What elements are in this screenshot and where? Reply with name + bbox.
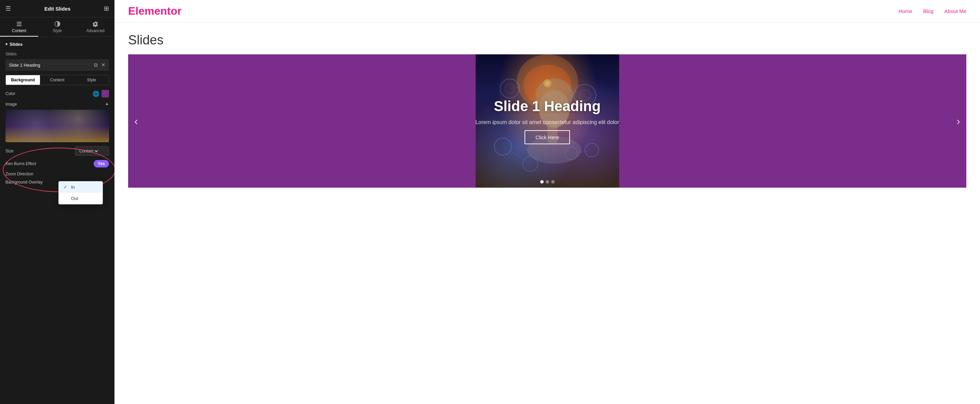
sub-tab-background[interactable]: Background [6,75,40,85]
slider-dot-1[interactable] [540,180,544,183]
color-control: 🌐 [92,90,109,97]
ken-burns-row: Ken Burns Effect Yes [5,160,109,167]
hamburger-menu-button[interactable]: ☰ [5,5,11,12]
site-nav: Elementor Home Blog About Me [115,0,980,22]
sub-tab-style[interactable]: Style [75,75,109,85]
section-title: Slides [10,42,22,47]
slides-label: Slides [5,52,109,56]
site-logo: Elementor [128,5,181,17]
dropdown-option-out-label: Out [71,196,78,201]
panel-content: ▾ Slides Slides Slide 1 Heading ⧉ ✕ Back… [0,37,115,404]
panel-tabs: Content Style Advanced [0,17,115,37]
slide-cta-button[interactable]: Click Here [525,130,570,144]
tab-style-label: Style [52,29,62,33]
ken-burns-label: Ken Burns Effect [5,161,94,166]
grid-menu-button[interactable]: ⊞ [104,5,109,12]
nav-links: Home Blog About Me [899,8,966,14]
left-panel: ☰ Edit Slides ⊞ Content Style Advanced ▾… [0,0,115,404]
duplicate-slide-button[interactable]: ⧉ [94,62,98,68]
page-title: Slides [128,33,966,48]
nav-link-about[interactable]: About Me [945,8,966,14]
image-label-text: Image [5,102,17,107]
delete-slide-button[interactable]: ✕ [101,62,106,68]
size-select[interactable]: Contain Cover Auto [75,146,109,156]
check-icon: ✓ [64,185,69,190]
tab-content-label: Content [12,29,26,33]
color-label: Color [5,91,92,96]
slide-item-actions: ⧉ ✕ [94,62,106,68]
panel-title: Edit Slides [45,6,71,12]
slide-item-name: Slide 1 Heading [9,62,94,68]
tab-advanced[interactable]: Advanced [76,17,115,37]
slider-dot-2[interactable] [546,180,549,183]
image-preview-inner [5,110,109,142]
zoom-direction-label: Zoom Direction [5,172,109,177]
nav-link-home[interactable]: Home [899,8,912,14]
slider-dot-3[interactable] [551,180,555,183]
color-swatch[interactable] [102,90,109,97]
size-label: Size [5,149,75,153]
sub-tabs: Background Content Style [5,75,109,85]
panel-header: ☰ Edit Slides ⊞ [0,0,115,17]
slide-item: Slide 1 Heading ⧉ ✕ [5,59,109,71]
section-header: ▾ Slides [5,42,109,47]
page-content: Slides [115,22,980,404]
dropdown-option-in[interactable]: ✓ In [59,181,102,193]
ken-burns-toggle[interactable]: Yes [94,160,109,167]
zoom-direction-row: Zoom Direction ✓ In Out [5,172,109,177]
image-link-button[interactable]: ✦ [105,102,109,107]
size-row: Size Contain Cover Auto [5,146,109,156]
slider-container: Slide 1 Heading Lorem ipsum dolor sit am… [128,54,966,188]
slide-subtext: Lorem ipsum dolor sit amet consectetur a… [475,119,619,126]
slider-dots [540,180,555,183]
main-area: Elementor Home Blog About Me Slides [115,0,980,404]
section-arrow: ▾ [5,42,8,46]
zoom-direction-dropdown[interactable]: ✓ In Out [59,181,103,204]
slider-next-button[interactable]: › [953,115,964,127]
slide-heading: Slide 1 Heading [494,98,601,115]
color-row: Color 🌐 [5,90,109,97]
size-select-input[interactable]: Contain Cover Auto [78,148,99,154]
tab-content[interactable]: Content [0,17,38,37]
dropdown-option-in-label: In [71,185,75,190]
sub-tab-content[interactable]: Content [40,75,74,85]
dropdown-option-out[interactable]: Out [59,193,102,204]
slider-prev-button[interactable]: ‹ [131,115,142,127]
global-color-button[interactable]: 🌐 [92,91,99,97]
check-icon-empty [64,196,69,201]
image-preview[interactable] [5,110,109,142]
tab-style[interactable]: Style [38,17,76,37]
slide-content: Slide 1 Heading Lorem ipsum dolor sit am… [128,54,966,188]
tab-advanced-label: Advanced [86,29,104,33]
nav-link-blog[interactable]: Blog [923,8,934,14]
image-label-row: Image ✦ [5,102,109,107]
